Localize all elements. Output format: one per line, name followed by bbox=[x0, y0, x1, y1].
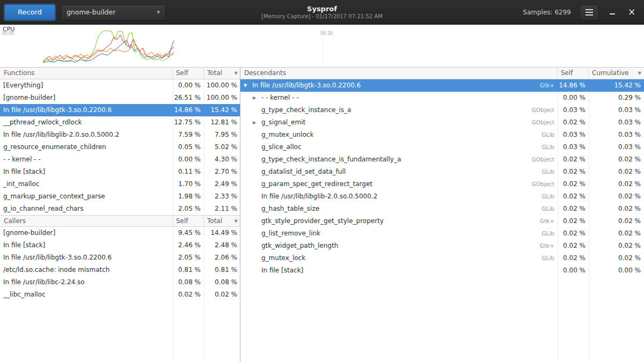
menu-button[interactable] bbox=[580, 4, 599, 20]
column-header-total[interactable]: Total ▼ bbox=[204, 68, 240, 79]
descendant-name-cell: g_slice_allocGLib bbox=[240, 141, 558, 153]
expander-closed-icon[interactable]: ▶ bbox=[253, 116, 261, 129]
total-percent: 5.02 % bbox=[204, 141, 240, 153]
expander-closed-icon[interactable]: ▶ bbox=[253, 92, 261, 104]
descendant-name-cell: ▼In file /usr/lib/libgtk-3.so.0.2200.6Gt… bbox=[240, 79, 558, 92]
cumulative-percent: 0.03 % bbox=[589, 141, 644, 153]
self-percent: 0.02 % bbox=[558, 116, 589, 129]
self-percent: 0.03 % bbox=[558, 141, 589, 153]
window-subtitle: [Memory Capture] - 01/17/2017 07:21:52 A… bbox=[261, 13, 383, 20]
total-percent: 2.06 % bbox=[204, 252, 240, 264]
column-header-total[interactable]: Total ▼ bbox=[204, 216, 240, 226]
table-row[interactable]: __pthread_rwlock_rdlock12.75 %12.81 % bbox=[0, 116, 240, 129]
table-row[interactable]: g_io_channel_read_chars2.05 %2.11 % bbox=[0, 203, 240, 215]
descendant-name-cell: g_mutex_lockGLib bbox=[240, 252, 558, 264]
descendant-name: In file /usr/lib/libglib-2.0.so.0.5000.2 bbox=[261, 190, 377, 203]
descendant-name-cell: g_datalist_id_set_data_fullGLib bbox=[240, 166, 558, 178]
close-button[interactable]: × bbox=[626, 6, 638, 18]
process-selector-dropdown[interactable]: gnome-builder ▾ bbox=[61, 4, 166, 20]
category-label: GLib bbox=[541, 141, 558, 153]
category-label: GLib bbox=[541, 203, 558, 215]
descendant-name: gtk_widget_path_length bbox=[261, 240, 338, 252]
minimize-button[interactable] bbox=[606, 6, 618, 18]
sort-indicator-icon: ▼ bbox=[235, 68, 240, 79]
table-row[interactable]: ▼In file /usr/lib/libgtk-3.so.0.2200.6Gt… bbox=[240, 79, 644, 92]
table-row[interactable]: g_param_spec_get_redirect_targetGObject0… bbox=[240, 178, 644, 190]
table-row[interactable]: __libc_malloc0.02 %0.02 % bbox=[0, 289, 240, 301]
descendant-name: g_datalist_id_set_data_full bbox=[261, 166, 346, 178]
category-label: Gtk+ bbox=[540, 215, 558, 227]
self-percent: 0.81 % bbox=[173, 264, 204, 276]
function-name: In file /usr/lib/libc-2.24.so bbox=[0, 276, 173, 289]
cumulative-percent: 0.02 % bbox=[589, 252, 644, 264]
table-row[interactable]: In file [stack]0.11 %2.70 % bbox=[0, 166, 240, 178]
table-row[interactable]: g_slice_allocGLib0.03 %0.03 % bbox=[240, 141, 644, 153]
table-row[interactable]: [gnome-builder]26.51 %100.00 % bbox=[0, 92, 240, 104]
window-title: Sysprof bbox=[307, 5, 337, 13]
table-row[interactable]: ▶g_signal_emitGObject0.02 %0.03 % bbox=[240, 116, 644, 129]
table-row[interactable]: In file [stack]0.00 %0.00 % bbox=[240, 264, 644, 277]
descendants-table-header: Descendants Self Cumulative ▼ bbox=[240, 68, 644, 79]
table-row[interactable]: g_mutex_unlockGLib0.03 %0.03 % bbox=[240, 129, 644, 141]
table-row[interactable]: In file /usr/lib/libc-2.24.so0.08 %0.08 … bbox=[0, 276, 240, 289]
table-row[interactable]: In file /usr/lib/libgtk-3.so.0.2200.614.… bbox=[0, 104, 240, 116]
column-header-functions[interactable]: Functions bbox=[0, 68, 173, 79]
timeline-tick-mid: 00:30 bbox=[320, 31, 333, 36]
column-header-cumulative[interactable]: Cumulative ▼ bbox=[589, 68, 644, 79]
descendant-name: g_slice_alloc bbox=[261, 141, 301, 153]
self-percent: 9.45 % bbox=[173, 227, 204, 239]
table-row[interactable]: gtk_widget_path_lengthGtk+0.02 %0.02 % bbox=[240, 240, 644, 252]
table-row[interactable]: g_markup_parse_context_parse1.98 %2.33 % bbox=[0, 190, 240, 203]
table-row[interactable]: In file /usr/lib/libgtk-3.so.0.2200.62.0… bbox=[0, 252, 240, 264]
table-row[interactable]: g_datalist_id_set_data_fullGLib0.02 %0.0… bbox=[240, 166, 644, 178]
table-row[interactable]: g_list_remove_linkGLib0.02 %0.02 % bbox=[240, 227, 644, 240]
total-percent: 0.81 % bbox=[204, 264, 240, 276]
self-percent: 2.05 % bbox=[173, 252, 204, 264]
record-button[interactable]: Record bbox=[4, 4, 55, 20]
function-name: g_markup_parse_context_parse bbox=[0, 190, 173, 203]
table-row[interactable]: g_mutex_lockGLib0.02 %0.02 % bbox=[240, 252, 644, 264]
table-row[interactable]: ▶- - kernel - -0.00 %0.29 % bbox=[240, 92, 644, 104]
self-percent: 0.00 % bbox=[558, 264, 589, 277]
self-percent: 1.70 % bbox=[173, 178, 204, 190]
column-header-self[interactable]: Self bbox=[558, 68, 589, 79]
samples-count: Samples: 6299 bbox=[523, 9, 571, 16]
function-name: [gnome-builder] bbox=[0, 227, 173, 239]
column-header-descendants[interactable]: Descendants bbox=[240, 68, 558, 79]
descendant-name-cell: g_type_check_instance_is_fundamentally_a… bbox=[240, 153, 558, 166]
cpu-timeline[interactable]: CPU 00:00 00:30 bbox=[0, 25, 644, 67]
table-row[interactable]: _int_malloc1.70 %2.49 % bbox=[0, 178, 240, 190]
expander-open-icon[interactable]: ▼ bbox=[244, 79, 252, 92]
table-row[interactable]: g_resource_enumerate_children0.05 %5.02 … bbox=[0, 141, 240, 153]
self-percent: 0.08 % bbox=[173, 276, 204, 289]
table-row[interactable]: gtk_style_provider_get_style_propertyGtk… bbox=[240, 215, 644, 227]
table-row[interactable]: g_type_check_instance_is_aGObject0.03 %0… bbox=[240, 104, 644, 116]
table-row[interactable]: [gnome-builder]9.45 %14.49 % bbox=[0, 227, 240, 239]
table-row[interactable]: In file /usr/lib/libglib-2.0.so.0.5000.2… bbox=[240, 190, 644, 203]
function-name: In file /usr/lib/libgtk-3.so.0.2200.6 bbox=[0, 104, 173, 116]
total-percent: 14.49 % bbox=[204, 227, 240, 239]
self-percent: 0.03 % bbox=[558, 129, 589, 141]
column-header-cumulative-label: Cumulative bbox=[592, 68, 629, 79]
column-header-self[interactable]: Self bbox=[173, 216, 204, 226]
column-header-callers[interactable]: Callers bbox=[0, 216, 173, 226]
column-header-self[interactable]: Self bbox=[173, 68, 204, 79]
table-row[interactable]: g_type_check_instance_is_fundamentally_a… bbox=[240, 153, 644, 166]
table-row[interactable]: - - kernel - -0.00 %4.30 % bbox=[0, 153, 240, 166]
self-percent: 26.51 % bbox=[173, 92, 204, 104]
total-percent: 4.30 % bbox=[204, 153, 240, 166]
table-row[interactable]: g_hash_table_sizeGLib0.02 %0.02 % bbox=[240, 203, 644, 215]
self-percent: 0.02 % bbox=[558, 166, 589, 178]
cumulative-percent: 0.03 % bbox=[589, 104, 644, 116]
category-label: GObject bbox=[532, 153, 558, 166]
self-percent: 0.02 % bbox=[558, 153, 589, 166]
cumulative-percent: 0.02 % bbox=[589, 227, 644, 240]
table-row[interactable]: [Everything]0.00 %100.00 % bbox=[0, 79, 240, 92]
table-row[interactable]: /etc/ld.so.cache: inode mismatch0.81 %0.… bbox=[0, 264, 240, 276]
total-percent: 2.33 % bbox=[204, 190, 240, 203]
table-row[interactable]: In file /usr/lib/libglib-2.0.so.0.5000.2… bbox=[0, 129, 240, 141]
descendant-name: In file [stack] bbox=[261, 264, 303, 277]
function-name: __pthread_rwlock_rdlock bbox=[0, 116, 173, 129]
function-name: In file [stack] bbox=[0, 239, 173, 252]
table-row[interactable]: In file [stack]2.46 %2.48 % bbox=[0, 239, 240, 252]
